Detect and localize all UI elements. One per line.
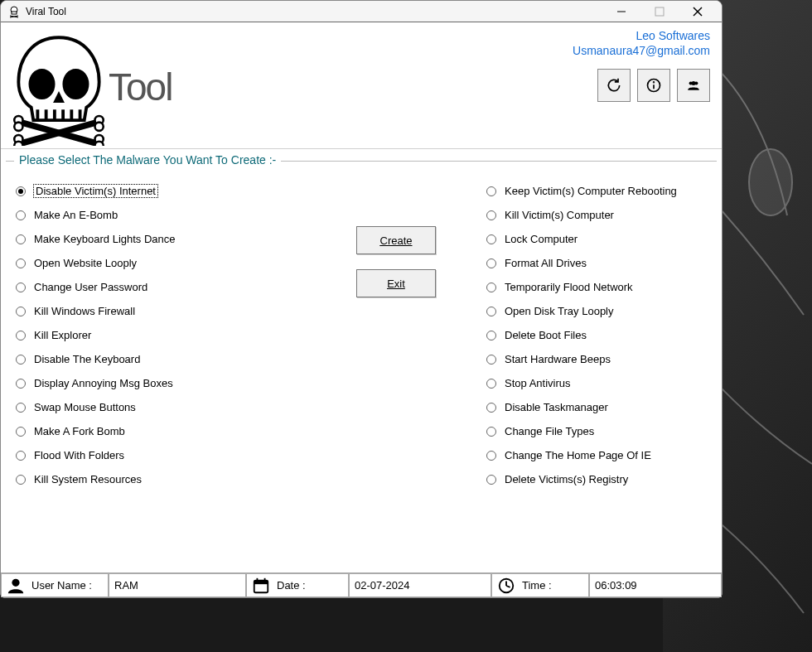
radio-indicator xyxy=(16,451,26,461)
radio-label: Disable The Keyboard xyxy=(34,353,140,365)
window-title: Viral Tool xyxy=(26,6,602,17)
radio-label: Kill Victim(s) Computer xyxy=(505,209,614,221)
radio-label: Disable Taskmanager xyxy=(505,401,608,413)
username-label: User Name : xyxy=(31,579,92,592)
radio-label: Make Keyboard Lights Dance xyxy=(34,233,176,245)
radio-option[interactable]: Keep Victim(s) Computer Rebooting xyxy=(486,185,713,197)
radio-label: Change The Home Page Of IE xyxy=(505,449,651,461)
radio-option[interactable]: Change User Password xyxy=(16,281,316,293)
radio-label: Disable Victim(s) Internet xyxy=(34,185,157,197)
user-icon xyxy=(7,577,25,595)
radio-option[interactable]: Make An E-Bomb xyxy=(16,209,316,221)
radio-indicator xyxy=(16,355,26,365)
radio-indicator xyxy=(16,307,26,316)
refresh-button[interactable] xyxy=(597,69,631,102)
radio-option[interactable]: Stop Antivirus xyxy=(486,377,713,389)
radio-option[interactable]: Temporarily Flood Network xyxy=(486,281,713,293)
radio-indicator xyxy=(16,283,26,292)
status-bar: User Name : RAM Date : 02-07-2024 Time :… xyxy=(1,572,722,597)
info-button[interactable] xyxy=(637,69,670,102)
radio-label: Flood With Folders xyxy=(34,449,124,461)
svg-point-24 xyxy=(14,142,22,146)
radio-indicator xyxy=(16,475,26,485)
svg-point-10 xyxy=(64,70,87,98)
radio-option[interactable]: Change The Home Page Of IE xyxy=(486,449,713,461)
logo-text: Tool xyxy=(109,65,172,109)
radio-option[interactable]: Disable The Keyboard xyxy=(16,353,316,365)
radio-option[interactable]: Lock Computer xyxy=(486,233,713,245)
radio-option[interactable]: Kill Explorer xyxy=(16,329,316,341)
radio-label: Delete Victims(s) Registry xyxy=(505,473,628,485)
radio-label: Lock Computer xyxy=(505,233,578,245)
radio-label: Format All Drives xyxy=(505,257,587,269)
close-button[interactable] xyxy=(679,2,717,22)
radio-indicator xyxy=(16,210,26,220)
vendor-link[interactable]: Leo Softwares xyxy=(573,29,710,42)
radio-indicator xyxy=(486,403,496,413)
radio-indicator xyxy=(486,186,496,196)
radio-label: Make A Fork Bomb xyxy=(34,425,125,437)
radio-option[interactable]: Kill System Resources xyxy=(16,473,316,485)
radio-label: Temporarily Flood Network xyxy=(505,281,633,293)
svg-point-29 xyxy=(654,82,655,83)
radio-label: Delete Boot Files xyxy=(505,329,587,341)
svg-point-22 xyxy=(95,123,104,131)
radio-label: Open Disk Tray Looply xyxy=(505,305,614,317)
radio-label: Change File Types xyxy=(505,425,594,437)
radio-indicator xyxy=(16,234,26,244)
radio-option[interactable]: Delete Victims(s) Registry xyxy=(486,473,713,485)
radio-label: Kill Windows Firewall xyxy=(34,305,135,317)
svg-point-33 xyxy=(12,578,19,586)
radio-indicator xyxy=(16,427,26,437)
radio-indicator xyxy=(16,186,26,196)
radio-option[interactable]: Kill Windows Firewall xyxy=(16,305,316,317)
clock-icon xyxy=(497,577,515,595)
radio-label: Make An E-Bomb xyxy=(34,209,118,221)
radio-option[interactable]: Flood With Folders xyxy=(16,449,316,461)
maximize-button[interactable] xyxy=(640,2,679,22)
radio-label: Open Website Looply xyxy=(34,257,137,269)
svg-point-0 xyxy=(749,149,792,215)
radio-indicator xyxy=(16,331,26,340)
radio-option[interactable]: Make Keyboard Lights Dance xyxy=(16,233,316,245)
radio-indicator xyxy=(486,355,496,365)
create-button[interactable]: Create xyxy=(356,226,436,254)
date-label: Date : xyxy=(277,579,306,592)
radio-indicator xyxy=(486,258,496,268)
radio-option[interactable]: Start Hardware Beeps xyxy=(486,353,713,365)
app-window: Viral Tool xyxy=(0,0,723,598)
radio-indicator xyxy=(486,379,496,389)
radio-option[interactable]: Delete Boot Files xyxy=(486,329,713,341)
radio-option[interactable]: Open Website Looply xyxy=(16,257,316,269)
radio-option[interactable]: Make A Fork Bomb xyxy=(16,425,316,437)
radio-option[interactable]: Disable Taskmanager xyxy=(486,401,713,413)
radio-indicator xyxy=(16,258,26,268)
svg-rect-2 xyxy=(12,12,17,14)
right-options-column: Keep Victim(s) Computer RebootingKill Vi… xyxy=(476,185,713,563)
radio-label: Kill Explorer xyxy=(34,329,91,341)
radio-option[interactable]: Change File Types xyxy=(486,425,713,437)
radio-option[interactable]: Kill Victim(s) Computer xyxy=(486,209,713,221)
header-right: Leo Softwares Usmanaura47@gmail.com xyxy=(573,29,710,102)
minimize-button[interactable] xyxy=(602,2,640,22)
radio-option[interactable]: Format All Drives xyxy=(486,257,713,269)
svg-rect-35 xyxy=(254,580,268,584)
radio-indicator xyxy=(486,234,496,244)
skull-icon xyxy=(6,29,112,145)
radio-option[interactable]: Open Disk Tray Looply xyxy=(486,305,713,317)
username-value: RAM xyxy=(109,573,246,597)
group-button[interactable] xyxy=(677,69,710,102)
radio-option[interactable]: Swap Mouse Buttons xyxy=(16,401,316,413)
header: Tool Leo Softwares Usmanaura47@gmail.com xyxy=(1,22,722,149)
titlebar: Viral Tool xyxy=(1,1,722,22)
exit-button[interactable]: Exit xyxy=(356,269,436,297)
radio-indicator xyxy=(486,307,496,316)
radio-option[interactable]: Display Annoying Msg Boxes xyxy=(16,377,316,389)
radio-label: Change User Password xyxy=(34,281,147,293)
svg-point-9 xyxy=(30,70,53,98)
email-link[interactable]: Usmanaura47@gmail.com xyxy=(573,44,710,57)
options-fieldset: Please Select The Malware You Want To Cr… xyxy=(6,161,717,566)
radio-option[interactable]: Disable Victim(s) Internet xyxy=(16,185,316,197)
radio-label: Kill System Resources xyxy=(34,473,142,485)
calendar-icon xyxy=(252,577,270,595)
